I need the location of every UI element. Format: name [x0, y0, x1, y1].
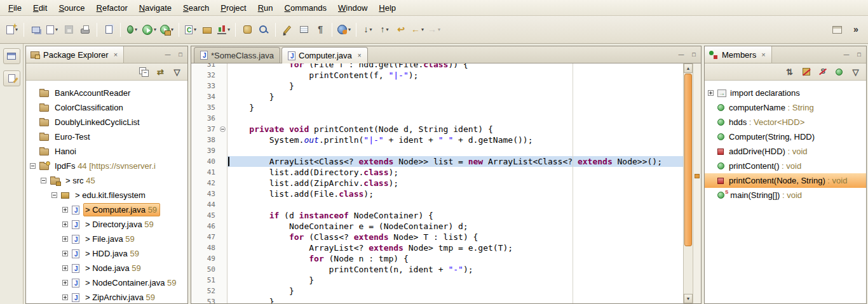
menu-project[interactable]: Project — [215, 1, 252, 15]
menu-run[interactable]: Run — [252, 1, 279, 15]
new-java-package-button[interactable] — [199, 22, 215, 38]
tree-expander-icon[interactable] — [62, 251, 68, 256]
scrollbar-thumb[interactable] — [684, 74, 692, 246]
tree-expander-icon[interactable] — [51, 192, 57, 198]
code-line-38[interactable]: 38 System.out.println("|-" + ident + " "… — [191, 135, 683, 145]
tree-expander-icon[interactable] — [62, 280, 68, 286]
menu-search[interactable]: Search — [177, 1, 215, 15]
close-tab-icon[interactable]: × — [358, 52, 362, 59]
tree-item-ipdfs[interactable]: IpdFs 44 [https://svnserver.i — [26, 159, 187, 173]
code-line-50[interactable]: 50 printContent(n, ident + "-"); — [191, 264, 683, 275]
code-line-44[interactable]: 44 — [191, 199, 683, 210]
code-line-34[interactable]: 34 } — [191, 91, 683, 102]
fold-collapse-icon[interactable] — [220, 126, 226, 132]
member-item-main-string[interactable]: Smain(String[]) : void — [705, 188, 866, 202]
tree-item-nodecontainer-java[interactable]: > NodeContainer.java 59 — [26, 275, 187, 290]
collapse-all-button[interactable] — [137, 65, 151, 79]
save-button[interactable] — [60, 22, 77, 38]
editor-minimize-button[interactable]: — — [675, 50, 687, 60]
menu-help[interactable]: Help — [373, 1, 402, 15]
code-line-39[interactable]: 39 — [191, 145, 683, 156]
menu-file[interactable]: File — [3, 1, 27, 15]
menu-navigate[interactable]: Navigate — [133, 1, 177, 15]
tree-expander-icon[interactable] — [62, 265, 68, 271]
code-line-40[interactable]: 40 ArrayList<Class<? extends Node>> list… — [191, 156, 683, 167]
editor-tab-computer-java[interactable]: Computer.java× — [281, 47, 368, 63]
code-line-35[interactable]: 35 } — [191, 102, 683, 113]
menu-commands[interactable]: Commands — [279, 1, 332, 15]
code-line-45[interactable]: 45 if (d instanceof NodeContainer) { — [191, 210, 683, 221]
package-explorer-maximize-button[interactable]: □ — [175, 50, 186, 60]
code-line-47[interactable]: 47 for (Class<? extends Node> T : list) … — [191, 232, 683, 242]
tree-item-src[interactable]: > src 45 — [26, 173, 187, 188]
package-explorer-view-tab[interactable]: Package Explorer × — [26, 46, 124, 63]
debug-button[interactable]: ▾ — [124, 22, 140, 38]
member-item-adddrive-hdd[interactable]: addDrive(HDD) : void — [705, 144, 866, 159]
last-edit-location-button[interactable]: ↩ — [393, 22, 409, 38]
tree-item-bankaccountreader[interactable]: BankAccountReader — [26, 86, 187, 100]
close-view-icon[interactable]: × — [112, 51, 119, 58]
tree-item-colorclassification[interactable]: ColorClassification — [26, 100, 187, 115]
link-with-editor-button[interactable]: ⇄ — [153, 65, 168, 79]
minimized-view-editor-button[interactable] — [3, 70, 20, 86]
scroll-up-button[interactable]: ▲ — [684, 63, 693, 73]
code-editor[interactable]: 31 for (File f : hdd.get(File.class)) {3… — [191, 63, 683, 303]
members-view-menu-button[interactable]: ▽ — [848, 65, 863, 79]
hide-fields-button[interactable] — [799, 65, 813, 79]
tree-item-hanoi[interactable]: Hanoi — [26, 144, 187, 159]
code-line-48[interactable]: 48 ArrayList<? extends Node> tmp = e.get… — [191, 242, 683, 253]
perspective-button[interactable] — [829, 22, 845, 38]
member-item-printcontent[interactable]: printContent() : void — [705, 159, 866, 173]
tree-expander-icon[interactable] — [708, 90, 714, 96]
run-external-tools-button[interactable]: ▾ — [158, 22, 175, 38]
open-web-browser-button[interactable]: ▾ — [336, 22, 353, 38]
code-line-42[interactable]: 42 list.add(ZipArchiv.class); — [191, 178, 683, 188]
last-edit-marker-button[interactable] — [279, 22, 295, 38]
tree-expander-icon[interactable] — [62, 207, 68, 213]
tree-item-computer-java[interactable]: > Computer.java 59 — [26, 202, 187, 217]
member-item-computer-string-hdd[interactable]: Computer(String, HDD) — [705, 129, 866, 144]
hide-non-public-members-button[interactable] — [832, 65, 846, 79]
members-maximize-button[interactable]: □ — [853, 50, 865, 60]
members-minimize-button[interactable]: — — [841, 50, 852, 60]
code-line-53[interactable]: 53 } — [191, 296, 683, 303]
search-button[interactable] — [255, 22, 272, 38]
view-menu-button[interactable]: ▽ — [170, 65, 184, 79]
tree-item-edu-kit-filesystem[interactable]: > edu.kit.filesystem — [26, 188, 187, 202]
tree-item-node-java[interactable]: > Node.java 59 — [26, 261, 187, 275]
open-type-button[interactable] — [100, 22, 117, 38]
package-explorer-minimize-button[interactable]: — — [162, 50, 173, 60]
code-line-32[interactable]: 32 printContent(f, "|-"); — [191, 70, 683, 81]
member-item-hdds[interactable]: hdds : Vector<HDD> — [705, 115, 866, 129]
menu-window[interactable]: Window — [332, 1, 373, 15]
tree-expander-icon[interactable] — [30, 163, 36, 169]
code-line-33[interactable]: 33 } — [191, 81, 683, 91]
tree-item-directory-java[interactable]: > Directory.java 59 — [26, 217, 187, 232]
print-button[interactable] — [77, 22, 93, 38]
code-line-37[interactable]: 37 private void printContent(Node d, Str… — [191, 124, 683, 135]
toolbar-overflow-button[interactable]: » — [848, 22, 864, 38]
new-java-class-button[interactable]: ▾ — [182, 22, 199, 38]
member-item-printcontent-node-string[interactable]: printContent(Node, String) : void — [705, 173, 866, 188]
tree-item-file-java[interactable]: > File.java 59 — [26, 232, 187, 246]
tree-expander-icon[interactable] — [62, 294, 68, 300]
previous-annotation-button[interactable]: ↑▾ — [376, 22, 393, 38]
tree-expander-icon[interactable] — [62, 236, 68, 242]
code-line-43[interactable]: 43 list.add(File.class); — [191, 188, 683, 199]
block-selection-button[interactable] — [295, 22, 312, 38]
minimized-view-window-button[interactable] — [3, 48, 20, 64]
open-artifact-button[interactable]: ▾ — [44, 22, 60, 38]
create-jar-button[interactable] — [239, 22, 255, 38]
editor-tab-someclass-java[interactable]: *SomeClass.java — [194, 47, 280, 63]
run-button[interactable]: ▾ — [140, 22, 158, 38]
code-line-46[interactable]: 46 NodeContainer e = (NodeContainer) d; — [191, 221, 683, 232]
forward-button[interactable]: →▾ — [426, 22, 442, 38]
editor-scrollbar[interactable]: ▲ ▼ — [683, 63, 693, 303]
overview-ruler[interactable] — [693, 63, 701, 303]
code-line-51[interactable]: 51 } — [191, 275, 683, 286]
sort-members-button[interactable]: ⇅ — [782, 65, 797, 79]
tree-expander-icon[interactable] — [62, 221, 68, 227]
code-line-52[interactable]: 52 } — [191, 286, 683, 296]
code-line-41[interactable]: 41 list.add(Directory.class); — [191, 167, 683, 178]
coverage-button[interactable]: ▾ — [215, 22, 232, 38]
